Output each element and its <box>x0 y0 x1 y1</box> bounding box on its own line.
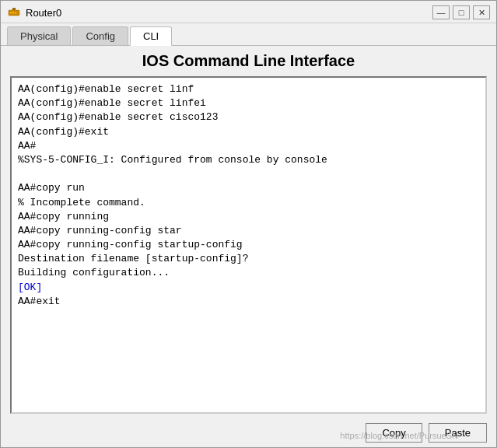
window-controls: — □ ✕ <box>432 5 490 19</box>
tab-physical[interactable]: Physical <box>7 26 71 45</box>
tab-config[interactable]: Config <box>72 26 128 45</box>
svg-rect-4 <box>12 8 16 10</box>
page-title: IOS Command Line Interface <box>10 52 487 70</box>
tab-cli[interactable]: CLI <box>130 26 172 46</box>
maximize-button[interactable]: □ <box>453 5 470 19</box>
cli-output[interactable]: AA(config)#enable secret linf AA(config)… <box>12 78 485 412</box>
minimize-button[interactable]: — <box>432 5 450 19</box>
cli-container: AA(config)#enable secret linf AA(config)… <box>10 76 487 414</box>
svg-point-3 <box>15 12 16 14</box>
close-button[interactable]: ✕ <box>473 5 490 19</box>
content-area: IOS Command Line Interface AA(config)#en… <box>1 46 496 420</box>
svg-point-1 <box>10 12 12 14</box>
svg-point-2 <box>12 12 14 14</box>
tab-bar: Physical Config CLI <box>1 23 496 46</box>
main-window: Router0 — □ ✕ Physical Config CLI IOS Co… <box>0 0 497 448</box>
bottom-bar: https://blog.csdn.net/PursueSN Copy Past… <box>1 420 496 447</box>
watermark: https://blog.csdn.net/PursueSN <box>340 431 458 440</box>
title-bar: Router0 — □ ✕ <box>1 1 496 23</box>
window-title: Router0 <box>26 7 432 19</box>
window-icon <box>7 5 21 19</box>
